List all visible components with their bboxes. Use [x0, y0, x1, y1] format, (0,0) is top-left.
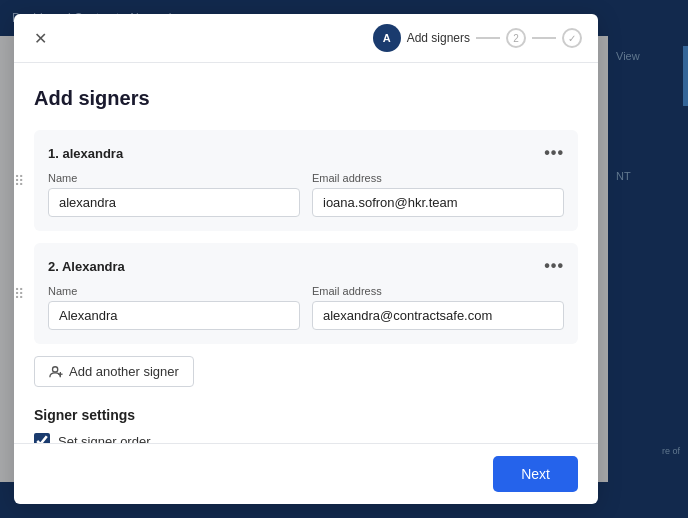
signer-2-email-group: Email address	[312, 285, 564, 330]
step-circle-3: ✓	[562, 28, 582, 48]
signer-1-email-input[interactable]	[312, 188, 564, 217]
step-line-2	[532, 37, 556, 39]
modal-header-left: ✕	[30, 28, 50, 48]
modal-header: ✕ A Add signers 2 ✓	[14, 14, 598, 63]
add-signer-label: Add another signer	[69, 364, 179, 379]
close-button[interactable]: ✕	[30, 28, 50, 48]
signer-2-form-row: Name Email address	[48, 285, 564, 330]
drag-handle-2[interactable]: ⠿	[14, 286, 24, 302]
signer-2-email-label: Email address	[312, 285, 564, 297]
step-label: Add signers	[407, 31, 470, 45]
signer-1-form-row: Name Email address	[48, 172, 564, 217]
signer-1-name-group: Name	[48, 172, 300, 217]
modal-footer: Next	[14, 443, 598, 504]
signer-1-name-label: Name	[48, 172, 300, 184]
add-signer-button[interactable]: Add another signer	[34, 356, 194, 387]
set-signer-order-row: Set signer order	[34, 433, 578, 443]
modal-body: Add signers ⠿ 1. alexandra ••• Name Emai…	[14, 63, 598, 443]
drag-handle-1[interactable]: ⠿	[14, 173, 24, 189]
svg-point-0	[53, 366, 58, 371]
settings-title: Signer settings	[34, 407, 578, 423]
signer-1-number: 1. alexandra	[48, 146, 123, 161]
signer-1-email-label: Email address	[312, 172, 564, 184]
signer-settings-section: Signer settings Set signer order	[34, 407, 578, 443]
signer-card-1: 1. alexandra ••• Name Email address	[34, 130, 578, 231]
signer-2-name-label: Name	[48, 285, 300, 297]
modal-title: Add signers	[34, 87, 578, 110]
modal-header-right: A Add signers 2 ✓	[373, 24, 582, 52]
step-circle-2: 2	[506, 28, 526, 48]
step-avatar: A	[373, 24, 401, 52]
signer-2-number: 2. Alexandra	[48, 259, 125, 274]
signer-card-2: 2. Alexandra ••• Name Email address	[34, 243, 578, 344]
signer-2-name-group: Name	[48, 285, 300, 330]
signer-2-header: 2. Alexandra •••	[48, 257, 564, 275]
set-signer-order-checkbox[interactable]	[34, 433, 50, 443]
signer-2-wrapper: ⠿ 2. Alexandra ••• Name Email address	[34, 243, 578, 344]
set-signer-order-label[interactable]: Set signer order	[58, 434, 151, 444]
modal: ✕ A Add signers 2 ✓ Add signers ⠿	[14, 14, 598, 504]
signer-1-header: 1. alexandra •••	[48, 144, 564, 162]
step-indicator: A Add signers 2 ✓	[373, 24, 582, 52]
signer-2-email-input[interactable]	[312, 301, 564, 330]
signer-1-menu-button[interactable]: •••	[544, 144, 564, 162]
signer-1-email-group: Email address	[312, 172, 564, 217]
signer-1-wrapper: ⠿ 1. alexandra ••• Name Email address	[34, 130, 578, 231]
step-line	[476, 37, 500, 39]
add-person-icon	[49, 365, 63, 379]
next-button[interactable]: Next	[493, 456, 578, 492]
signer-2-menu-button[interactable]: •••	[544, 257, 564, 275]
signer-2-name-input[interactable]	[48, 301, 300, 330]
signer-1-name-input[interactable]	[48, 188, 300, 217]
